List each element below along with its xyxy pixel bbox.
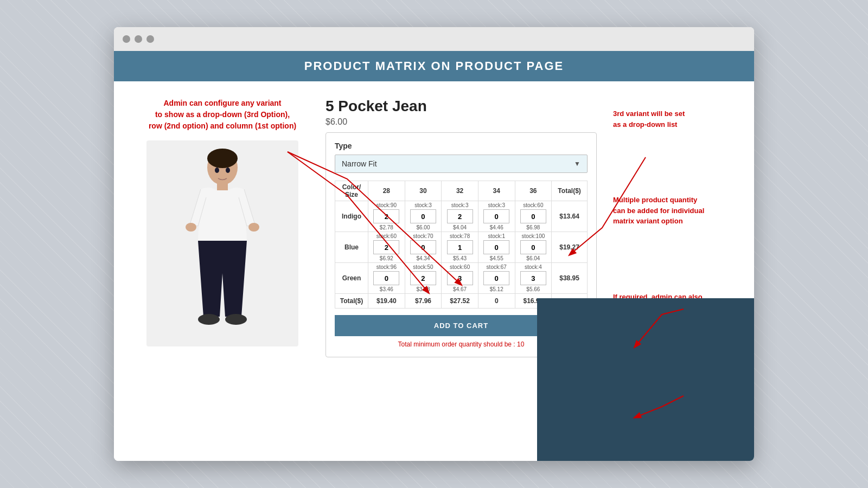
dark-bg-decoration: [537, 298, 754, 461]
matrix-table: Color/Size 28 30 32 34 36 Total($): [335, 181, 588, 309]
annotation-left: Admin can configure any variant to show …: [149, 98, 296, 132]
cell-blue-30: stock:70 $4.34: [405, 232, 442, 263]
col-header-36: 36: [515, 181, 552, 201]
color-green: Green: [335, 263, 368, 294]
totals-label: Total($): [335, 294, 368, 309]
svg-point-7: [215, 168, 219, 173]
total-col-30: $7.96: [405, 294, 442, 309]
type-dropdown[interactable]: Narrow Fit ▼: [335, 155, 588, 173]
cell-blue-36: stock:100 $6.04: [515, 232, 552, 263]
qty-input-indigo-36[interactable]: [520, 209, 546, 223]
product-info: 5 Pocket Jean $6.00: [326, 98, 597, 127]
cell-blue-34: stock:1 $4.55: [478, 232, 515, 263]
total-col-32: $27.52: [442, 294, 478, 309]
qty-input-blue-32[interactable]: [447, 240, 473, 254]
qty-input-green-28[interactable]: [373, 271, 399, 285]
qty-input-green-32[interactable]: [447, 271, 473, 285]
qty-input-blue-28[interactable]: [373, 240, 399, 254]
cell-indigo-28: stock:90 $2.78: [368, 201, 405, 232]
cell-green-32: stock:60 $4.67: [442, 263, 478, 294]
table-row: Green stock:96 $3.46: [335, 263, 588, 294]
cell-green-36: stock:4 $5.66: [515, 263, 552, 294]
cell-indigo-32: stock:3 $4.04: [442, 201, 478, 232]
table-row: Blue stock:60 $6.92: [335, 232, 588, 263]
chevron-down-icon: ▼: [574, 160, 580, 168]
color-indigo: Indigo: [335, 201, 368, 232]
qty-input-blue-30[interactable]: [410, 240, 436, 254]
col-header-30: 30: [405, 181, 442, 201]
qty-input-indigo-32[interactable]: [447, 209, 473, 223]
browser-window: PRODUCT MATRIX ON PRODUCT PAGE Admin can…: [114, 27, 754, 461]
col-header-34: 34: [478, 181, 515, 201]
type-label: Type: [335, 142, 588, 150]
page-body: Admin can configure any variant to show …: [114, 81, 754, 461]
product-name: 5 Pocket Jean: [326, 98, 597, 115]
annotation-top-right: 3rd variant will be setas a drop-down li…: [613, 108, 732, 130]
qty-input-indigo-34[interactable]: [483, 209, 509, 223]
cell-indigo-34: stock:3 $4.46: [478, 201, 515, 232]
svg-point-3: [186, 223, 196, 232]
total-col-34: 0: [478, 294, 515, 309]
svg-point-5: [198, 314, 220, 325]
col-header-28: 28: [368, 181, 405, 201]
cell-indigo-36: stock:60 $6.98: [515, 201, 552, 232]
product-price: $6.00: [326, 117, 597, 127]
window-dot-green: [146, 35, 154, 43]
cell-indigo-30: stock:3 $6.00: [405, 201, 442, 232]
qty-input-green-34[interactable]: [483, 271, 509, 285]
left-section: Admin can configure any variant to show …: [136, 98, 309, 445]
svg-point-4: [248, 223, 259, 232]
qty-input-blue-34[interactable]: [483, 240, 509, 254]
dropdown-value: Narrow Fit: [342, 159, 377, 168]
cell-green-28: stock:96 $3.46: [368, 263, 405, 294]
page-title: PRODUCT MATRIX ON PRODUCT PAGE: [304, 59, 564, 73]
cell-blue-28: stock:60 $6.92: [368, 232, 405, 263]
annotation-mid-right: Multiple product quantitycan be added fo…: [613, 195, 732, 227]
cell-blue-32: stock:78 $5.43: [442, 232, 478, 263]
col-header-total: Total($): [552, 181, 588, 201]
color-blue: Blue: [335, 232, 368, 263]
total-indigo: $13.64: [552, 201, 588, 232]
product-image: [146, 140, 298, 346]
browser-bar: [114, 27, 754, 51]
person-figure: [179, 143, 266, 344]
svg-point-6: [225, 314, 247, 325]
total-green: $38.95: [552, 263, 588, 294]
qty-input-green-30[interactable]: [410, 271, 436, 285]
qty-input-green-36[interactable]: [520, 271, 546, 285]
window-dot-red: [123, 35, 130, 43]
svg-point-8: [226, 168, 230, 173]
svg-point-1: [207, 149, 238, 168]
cell-green-30: stock:50 $3.98: [405, 263, 442, 294]
table-row: Indigo stock:90 $2.78: [335, 201, 588, 232]
col-header-32: 32: [442, 181, 478, 201]
qty-input-indigo-30[interactable]: [410, 209, 436, 223]
total-blue: $19.27: [552, 232, 588, 263]
window-dot-yellow: [135, 35, 142, 43]
qty-input-blue-36[interactable]: [520, 240, 546, 254]
page-header: PRODUCT MATRIX ON PRODUCT PAGE: [114, 51, 754, 81]
cell-green-34: stock:67 $5.12: [478, 263, 515, 294]
svg-rect-2: [217, 182, 228, 190]
matrix-header-row: Color/Size 28 30 32 34 36 Total($): [335, 181, 588, 201]
total-col-28: $19.40: [368, 294, 405, 309]
qty-input-indigo-28[interactable]: [373, 209, 399, 223]
color-size-header: Color/Size: [335, 181, 368, 201]
